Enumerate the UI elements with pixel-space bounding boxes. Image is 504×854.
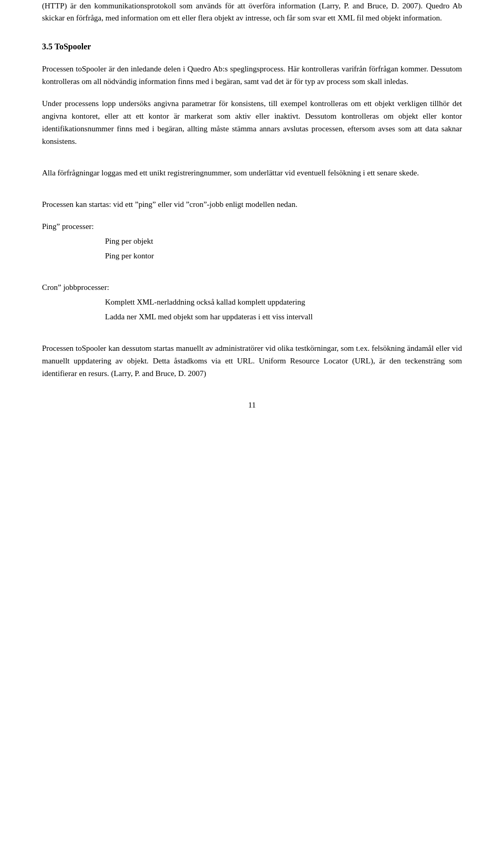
spacing-1 bbox=[42, 157, 462, 166]
paragraph-1: Processen toSpooler är den inledande del… bbox=[42, 63, 462, 88]
list-ping-header: Ping” processer: bbox=[42, 220, 462, 233]
list-cron-2: Ladda ner XML med objekt som har uppdate… bbox=[105, 310, 462, 323]
page-number: 11 bbox=[42, 401, 462, 410]
spacing-4 bbox=[42, 332, 462, 342]
spacing-3 bbox=[42, 272, 462, 281]
list-cron-header: Cron” jobbprocesser: bbox=[42, 281, 462, 294]
paragraph-2: Under processens lopp undersöks angivna … bbox=[42, 97, 462, 148]
spacing-2 bbox=[42, 189, 462, 198]
list-cron-1: Komplett XML-nerladdning också kallad ko… bbox=[105, 296, 462, 308]
paragraph-4: Processen kan startas: vid ett ”ping” el… bbox=[42, 198, 462, 211]
list-ping-1: Ping per objekt bbox=[105, 235, 462, 247]
list-section: Ping” processer: Ping per objekt Ping pe… bbox=[42, 220, 462, 262]
list-ping-2: Ping per kontor bbox=[105, 249, 462, 262]
cron-list-section: Cron” jobbprocesser: Komplett XML-nerlad… bbox=[42, 281, 462, 323]
top-paragraph: (HTTP) är den kommunikationsprotokoll so… bbox=[42, 0, 462, 24]
paragraph-3: Alla förfrågningar loggas med ett unikt … bbox=[42, 166, 462, 179]
section-heading: 3.5 ToSpooler bbox=[42, 40, 462, 53]
page-container: (HTTP) är den kommunikationsprotokoll so… bbox=[0, 0, 504, 854]
paragraph-5: Processen toSpooler kan dessutom startas… bbox=[42, 342, 462, 380]
